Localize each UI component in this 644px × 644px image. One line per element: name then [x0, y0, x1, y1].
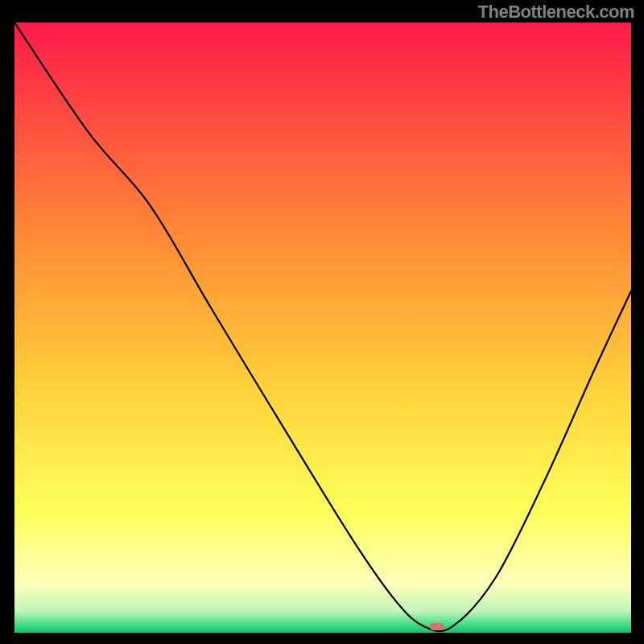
chart-plot-area — [14, 23, 631, 633]
watermark-text: TheBottleneck.com — [478, 2, 634, 23]
chart-svg — [14, 23, 631, 633]
chart-background — [14, 23, 631, 633]
optimal-marker — [430, 623, 444, 630]
